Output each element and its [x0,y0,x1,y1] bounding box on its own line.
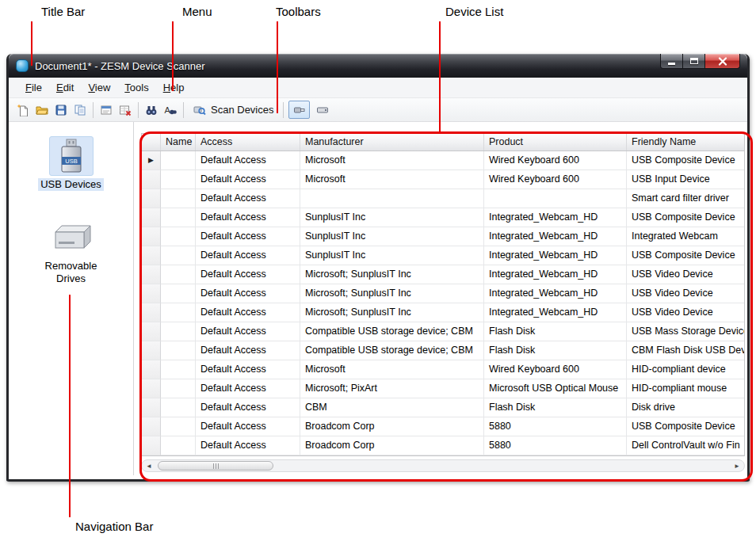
horizontal-scrollbar[interactable]: ◄ ► [141,459,745,472]
device-cell[interactable] [161,189,196,208]
row-selector[interactable] [142,170,161,189]
delete-row-button[interactable] [116,101,135,120]
device-row[interactable]: Default AccessMicrosoft; SunplusIT IncIn… [142,284,744,303]
device-cell[interactable]: USB Composite Device [627,417,744,436]
device-cell[interactable]: Wired Keyboard 600 [484,151,627,170]
device-cell[interactable]: USB Video Device [627,265,744,284]
maximize-button[interactable] [683,54,704,69]
device-cell[interactable]: Smart card filter driver [627,189,744,208]
usb-devices-view-toggle[interactable] [288,101,310,119]
device-cell[interactable]: Default Access [196,208,300,227]
device-cell[interactable]: 5880 [484,436,627,455]
device-cell[interactable]: Default Access [196,246,300,265]
device-cell[interactable]: Default Access [196,227,300,246]
device-cell[interactable]: Default Access [196,265,300,284]
device-cell[interactable]: Flash Disk [484,398,627,417]
device-cell[interactable] [161,341,196,360]
device-cell[interactable]: Integrated_Webcam_HD [484,246,627,265]
device-cell[interactable]: Wired Keyboard 600 [484,360,627,379]
device-cell[interactable] [161,265,196,284]
device-cell[interactable]: Microsoft [300,360,484,379]
open-button[interactable] [32,101,52,120]
device-cell[interactable]: HID-compliant device [627,360,744,379]
new-document-button[interactable] [13,101,32,120]
device-cell[interactable] [161,170,196,189]
device-cell[interactable]: Integrated_Webcam_HD [484,284,627,303]
export-grid-button[interactable] [97,101,116,120]
minimize-button[interactable] [660,54,683,69]
device-cell[interactable]: USB Video Device [627,303,744,322]
row-selector[interactable] [142,227,161,246]
device-cell[interactable] [161,379,196,398]
device-cell[interactable]: Integrated_Webcam_HD [484,265,627,284]
row-selector[interactable] [142,398,161,417]
device-cell[interactable]: Integrated_Webcam_HD [484,303,627,322]
device-row[interactable]: Default AccessSunplusIT IncIntegrated_We… [142,246,744,265]
device-cell[interactable]: Flash Disk [484,322,627,341]
device-cell[interactable] [161,151,196,170]
scan-devices-button[interactable]: Scan Devices [187,101,280,119]
device-cell[interactable]: Microsoft; SunplusIT Inc [300,303,484,322]
device-row[interactable]: Default AccessBroadcom Corp5880USB Compo… [142,417,744,436]
menu-file[interactable]: File [18,79,49,96]
device-cell[interactable]: Default Access [196,398,300,417]
save-button[interactable] [52,101,71,120]
device-cell[interactable] [300,189,484,208]
scroll-left-arrow[interactable]: ◄ [142,460,156,471]
device-cell[interactable] [161,227,196,246]
device-cell[interactable]: Microsoft; SunplusIT Inc [300,265,484,284]
column-header-product[interactable]: Product [484,134,627,150]
device-row[interactable]: Default AccessCompatible USB storage dev… [142,341,744,360]
device-cell[interactable]: Default Access [196,303,300,322]
device-cell[interactable] [161,284,196,303]
removable-drives-view-toggle[interactable] [311,101,333,119]
row-selector[interactable] [142,341,161,360]
device-cell[interactable]: Default Access [196,322,300,341]
device-cell[interactable]: Default Access [196,436,300,455]
device-cell[interactable]: Default Access [196,417,300,436]
device-row[interactable]: Default AccessMicrosoftWired Keyboard 60… [142,170,744,189]
device-cell[interactable]: USB Composite Device [627,246,744,265]
device-row[interactable]: ▶Default AccessMicrosoftWired Keyboard 6… [142,151,744,170]
device-cell[interactable]: Integrated Webcam [627,227,744,246]
column-header-name[interactable]: Name [161,134,196,150]
device-cell[interactable]: Microsoft; PixArt [300,379,484,398]
menu-view[interactable]: View [81,79,117,96]
device-cell[interactable] [161,208,196,227]
device-cell[interactable]: Disk drive [627,398,744,417]
device-row[interactable]: Default AccessMicrosoft; SunplusIT IncIn… [142,265,744,284]
device-cell[interactable]: Compatible USB storage device; CBM [300,341,484,360]
row-selector[interactable] [142,189,161,208]
device-row[interactable]: Default AccessSunplusIT IncIntegrated_We… [142,227,744,246]
row-selector[interactable] [142,360,161,379]
device-row[interactable]: Default AccessMicrosoft; SunplusIT IncIn… [142,303,744,322]
device-cell[interactable]: Compatible USB storage device; CBM [300,322,484,341]
device-cell[interactable]: SunplusIT Inc [300,246,484,265]
row-selector[interactable]: ▶ [142,151,161,170]
row-selector[interactable] [142,436,161,455]
device-cell[interactable]: 5880 [484,417,627,436]
device-row[interactable]: Default AccessMicrosoft; PixArtMicrosoft… [142,379,744,398]
device-cell[interactable] [161,417,196,436]
close-button[interactable] [704,54,740,69]
device-row[interactable]: Default AccessSunplusIT IncIntegrated_We… [142,208,744,227]
device-cell[interactable]: Default Access [196,151,300,170]
device-cell[interactable]: USB Video Device [627,284,744,303]
device-cell[interactable]: Default Access [196,170,300,189]
device-cell[interactable]: Broadcom Corp [300,436,484,455]
device-cell[interactable]: USB Mass Storage Device [627,322,744,341]
column-header-friendly-name[interactable]: Friendly Name [627,134,744,150]
find-next-button[interactable]: A [161,101,180,120]
device-cell[interactable] [484,189,627,208]
row-selector[interactable] [142,303,161,322]
device-cell[interactable]: CBM Flash Disk USB Dev [627,341,744,360]
device-cell[interactable]: Default Access [196,341,300,360]
device-cell[interactable]: Default Access [196,360,300,379]
device-cell[interactable]: Microsoft USB Optical Mouse [484,379,627,398]
device-cell[interactable]: Microsoft [300,170,484,189]
device-cell[interactable] [161,360,196,379]
device-cell[interactable]: Wired Keyboard 600 [484,170,627,189]
device-cell[interactable]: Default Access [196,284,300,303]
menu-edit[interactable]: Edit [49,79,81,96]
scroll-right-arrow[interactable]: ► [730,460,744,471]
